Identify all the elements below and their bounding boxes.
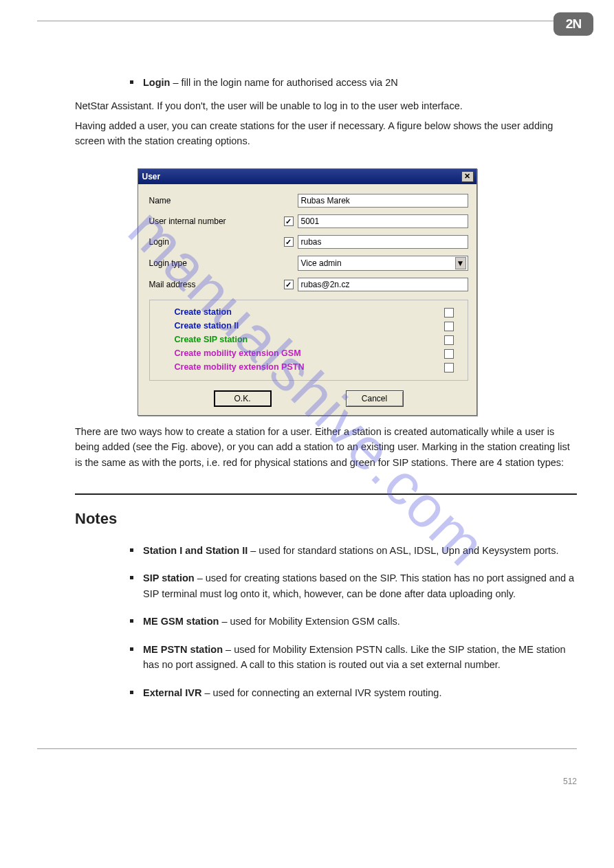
mail-field[interactable] <box>298 278 468 291</box>
intro-bullet: Login – fill in the login name for autho… <box>130 75 577 90</box>
logintype-select[interactable]: Vice admin ▼ <box>298 256 468 271</box>
login-field[interactable] <box>298 235 468 249</box>
mail-checkbox[interactable] <box>284 280 294 289</box>
cancel-button[interactable]: Cancel <box>346 390 404 407</box>
grp-3: Create mobility extension GSM <box>175 347 301 360</box>
ok-button[interactable]: O.K. <box>214 390 272 407</box>
grp-1-checkbox[interactable] <box>444 322 454 331</box>
dialog-title: User <box>142 170 161 183</box>
note-4-lead: External IVR <box>143 687 201 698</box>
row-logintype: Login type Vice admin ▼ <box>149 256 468 271</box>
bullet-icon <box>130 548 133 552</box>
uin-field[interactable] <box>298 214 468 228</box>
section-rule <box>75 493 577 495</box>
page-number: 512 <box>21 777 593 786</box>
grp-2-checkbox[interactable] <box>444 335 454 345</box>
label-mail: Mail address <box>149 278 280 291</box>
login-checkbox[interactable] <box>284 237 294 247</box>
page-bottom-rule <box>37 748 577 749</box>
note-2-text: – used for Mobility Extension GSM calls. <box>219 616 400 627</box>
bullet-icon <box>130 80 133 84</box>
user-dialog: User ✕ Name User internal number Login <box>138 168 477 416</box>
bullet-icon <box>130 576 133 579</box>
label-uin: User internal number <box>149 215 280 228</box>
note-0-lead: Station I and Station II <box>143 545 248 556</box>
label-name: Name <box>149 194 280 208</box>
row-uin: User internal number <box>149 214 468 228</box>
name-field[interactable] <box>298 194 468 208</box>
label-login: Login <box>149 236 280 249</box>
logintype-value: Vice admin <box>301 257 342 270</box>
close-icon[interactable]: ✕ <box>461 171 474 182</box>
note-1-lead: SIP station <box>143 572 195 583</box>
note-2: ME GSM station – used for Mobility Exten… <box>130 614 577 629</box>
note-2-lead: ME GSM station <box>143 616 219 627</box>
intro-bullet-text: – fill in the login name for authorised … <box>170 77 397 88</box>
row-login: Login <box>149 235 468 249</box>
uin-checkbox[interactable] <box>284 216 294 226</box>
grp-4: Create mobility extension PSTN <box>175 361 305 374</box>
grp-0: Create station <box>175 306 232 319</box>
create-station-group: Create station Create station II Create … <box>149 300 468 381</box>
note-0: Station I and Station II – used for stan… <box>130 543 577 558</box>
grp-2: Create SIP station <box>175 333 248 346</box>
chevron-down-icon: ▼ <box>455 257 466 269</box>
paragraph-1: NetStar Assistant. If you don't, the use… <box>75 98 577 113</box>
note-0-text: – used for standard stations on ASL, IDS… <box>248 545 558 556</box>
grp-3-checkbox[interactable] <box>444 349 454 359</box>
dialog-titlebar: User ✕ <box>138 169 476 184</box>
grp-1: Create station II <box>175 320 239 333</box>
note-4-text: – used for connecting an external IVR sy… <box>201 687 441 698</box>
brand-logo: 2N <box>553 12 593 36</box>
paragraph-after-dialog: There are two ways how to create a stati… <box>75 424 577 470</box>
note-1-text: – used for creating stations based on th… <box>143 572 574 599</box>
notes-heading: Notes <box>75 507 577 531</box>
bullet-icon <box>130 691 133 694</box>
row-mail: Mail address <box>149 278 468 291</box>
note-4: External IVR – used for connecting an ex… <box>130 685 577 700</box>
grp-0-checkbox[interactable] <box>444 308 454 318</box>
grp-4-checkbox[interactable] <box>444 363 454 372</box>
note-1: SIP station – used for creating stations… <box>130 570 577 601</box>
note-3-lead: ME PSTN station <box>143 644 223 655</box>
bullet-icon <box>130 647 133 651</box>
row-name: Name <box>149 194 468 208</box>
paragraph-2: Having added a user, you can create stat… <box>75 118 577 149</box>
note-3: ME PSTN station – used for Mobility Exte… <box>130 642 577 673</box>
label-logintype: Login type <box>149 257 280 270</box>
intro-bullet-lead: Login <box>143 77 170 88</box>
bullet-icon <box>130 619 133 623</box>
